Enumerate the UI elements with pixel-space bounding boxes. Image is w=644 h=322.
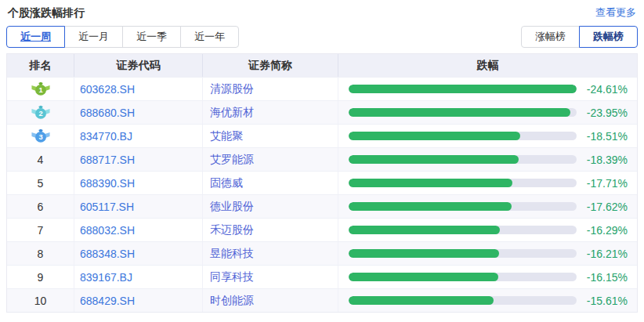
bar-fill xyxy=(349,249,499,258)
stock-name-link[interactable]: 同享科技 xyxy=(203,266,338,288)
rank-cell: 1 xyxy=(7,78,74,100)
stock-code-link[interactable]: 688348.SH xyxy=(74,242,203,265)
bar-track xyxy=(349,179,577,187)
table-row[interactable]: 5 688390.SH 固德威 -17.71% xyxy=(7,171,637,194)
change-cell: -17.62% xyxy=(338,195,637,218)
svg-text:2: 2 xyxy=(38,110,42,118)
bar-track xyxy=(349,226,577,234)
stock-code-link[interactable]: 605117.SH xyxy=(74,195,203,218)
bar-fill xyxy=(349,85,577,93)
table-row[interactable]: 8 688348.SH 昱能科技 -16.21% xyxy=(7,241,637,265)
bar-track xyxy=(349,108,577,117)
stock-name-link[interactable]: 昱能科技 xyxy=(203,242,338,265)
bar-track xyxy=(349,296,577,305)
change-percent: -17.71% xyxy=(587,177,628,190)
rank-cell: 2 xyxy=(7,101,74,124)
change-cell: -16.29% xyxy=(338,219,637,241)
stock-name-link[interactable]: 艾能聚 xyxy=(203,125,338,147)
change-percent: -24.61% xyxy=(587,83,628,96)
ranking-table: 排名 证券代码 证券简称 跌幅 1 603628.SH 清源股份 -24.61% xyxy=(6,53,638,313)
table-row[interactable]: 4 688717.SH 艾罗能源 -18.39% xyxy=(7,147,637,171)
bar-track xyxy=(349,273,577,281)
header-name: 证券简称 xyxy=(203,54,338,77)
view-more-link[interactable]: 查看更多 xyxy=(595,5,636,20)
rank-number: 9 xyxy=(7,266,74,288)
bar-fill xyxy=(349,296,494,305)
table-body: 1 603628.SH 清源股份 -24.61% 2 688680.SH xyxy=(7,77,637,312)
bar-track xyxy=(349,132,577,140)
stock-name-link[interactable]: 海优新材 xyxy=(203,101,338,124)
table-row[interactable]: 9 839167.BJ 同享科技 -16.15% xyxy=(7,265,637,288)
bar-track xyxy=(349,249,577,258)
rank-cell: 3 xyxy=(7,125,74,147)
change-cell: -17.71% xyxy=(338,172,637,194)
controls-row: 近一周 近一月 近一季 近一年 涨幅榜 跌幅榜 xyxy=(6,26,638,48)
table-row[interactable]: 10 688429.SH 时创能源 -15.61% xyxy=(7,288,637,312)
change-percent: -17.62% xyxy=(587,201,628,213)
header-rank: 排名 xyxy=(7,54,74,77)
change-cell: -24.61% xyxy=(338,78,637,100)
rank-type-tab-group: 涨幅榜 跌幅榜 xyxy=(521,26,638,48)
tab-last-quarter[interactable]: 近一季 xyxy=(122,26,181,48)
stock-code-link[interactable]: 834770.BJ xyxy=(74,125,203,147)
change-percent: -18.39% xyxy=(587,154,628,166)
page-header: 个股涨跌幅排行 查看更多 xyxy=(0,0,644,20)
stock-name-link[interactable]: 固德威 xyxy=(203,172,338,194)
stock-code-link[interactable]: 688032.SH xyxy=(74,219,203,241)
rank-number: 4 xyxy=(7,148,74,171)
table-row[interactable]: 6 605117.SH 德业股份 -17.62% xyxy=(7,194,637,218)
stock-code-link[interactable]: 603628.SH xyxy=(74,78,203,100)
rank-3-medal-icon: 3 xyxy=(31,128,50,143)
bar-fill xyxy=(349,273,498,281)
header-change: 跌幅 xyxy=(338,54,637,77)
change-cell: -15.61% xyxy=(338,289,637,312)
bar-fill xyxy=(349,202,512,211)
tab-last-year[interactable]: 近一年 xyxy=(180,26,239,48)
bar-fill xyxy=(349,226,500,234)
period-tab-group: 近一周 近一月 近一季 近一年 xyxy=(6,26,239,48)
stock-name-link[interactable]: 德业股份 xyxy=(203,195,338,218)
rank-number: 5 xyxy=(7,172,74,194)
stock-name-link[interactable]: 艾罗能源 xyxy=(203,148,338,171)
change-cell: -16.21% xyxy=(338,242,637,265)
rank-number: 10 xyxy=(7,289,74,312)
stock-code-link[interactable]: 839167.BJ xyxy=(74,266,203,288)
tab-last-week[interactable]: 近一周 xyxy=(6,26,65,48)
bar-track xyxy=(349,202,577,211)
tab-last-month[interactable]: 近一月 xyxy=(64,26,123,48)
stock-code-link[interactable]: 688390.SH xyxy=(74,172,203,194)
bar-fill xyxy=(349,108,570,117)
change-percent: -18.51% xyxy=(587,130,628,143)
table-row[interactable]: 7 688032.SH 禾迈股份 -16.29% xyxy=(7,218,637,241)
table-header-row: 排名 证券代码 证券简称 跌幅 xyxy=(7,54,637,77)
change-percent: -23.95% xyxy=(587,107,628,119)
stock-code-link[interactable]: 688680.SH xyxy=(74,101,203,124)
change-cell: -18.51% xyxy=(338,125,637,147)
table-row[interactable]: 3 834770.BJ 艾能聚 -18.51% xyxy=(7,124,637,147)
bar-fill xyxy=(349,132,520,140)
bar-fill xyxy=(349,155,519,164)
change-cell: -16.15% xyxy=(338,266,637,288)
change-percent: -16.15% xyxy=(587,271,628,284)
change-percent: -15.61% xyxy=(587,295,628,307)
stock-name-link[interactable]: 时创能源 xyxy=(203,289,338,312)
stock-code-link[interactable]: 688429.SH xyxy=(74,289,203,312)
tab-losers[interactable]: 跌幅榜 xyxy=(579,26,638,48)
svg-text:3: 3 xyxy=(38,133,42,141)
page-title: 个股涨跌幅排行 xyxy=(8,5,85,20)
rank-number: 6 xyxy=(7,195,74,218)
stock-name-link[interactable]: 清源股份 xyxy=(203,78,338,100)
rank-2-medal-icon: 2 xyxy=(31,105,50,120)
change-cell: -18.39% xyxy=(338,148,637,171)
tab-gainers[interactable]: 涨幅榜 xyxy=(521,26,580,48)
svg-text:1: 1 xyxy=(38,86,42,94)
stock-code-link[interactable]: 688717.SH xyxy=(74,148,203,171)
change-percent: -16.29% xyxy=(587,224,628,237)
change-percent: -16.21% xyxy=(587,248,628,260)
rank-1-medal-icon: 1 xyxy=(31,81,50,96)
table-row[interactable]: 2 688680.SH 海优新材 -23.95% xyxy=(7,100,637,124)
rank-number: 8 xyxy=(7,242,74,265)
rank-number: 7 xyxy=(7,219,74,241)
stock-name-link[interactable]: 禾迈股份 xyxy=(203,219,338,241)
table-row[interactable]: 1 603628.SH 清源股份 -24.61% xyxy=(7,77,637,100)
